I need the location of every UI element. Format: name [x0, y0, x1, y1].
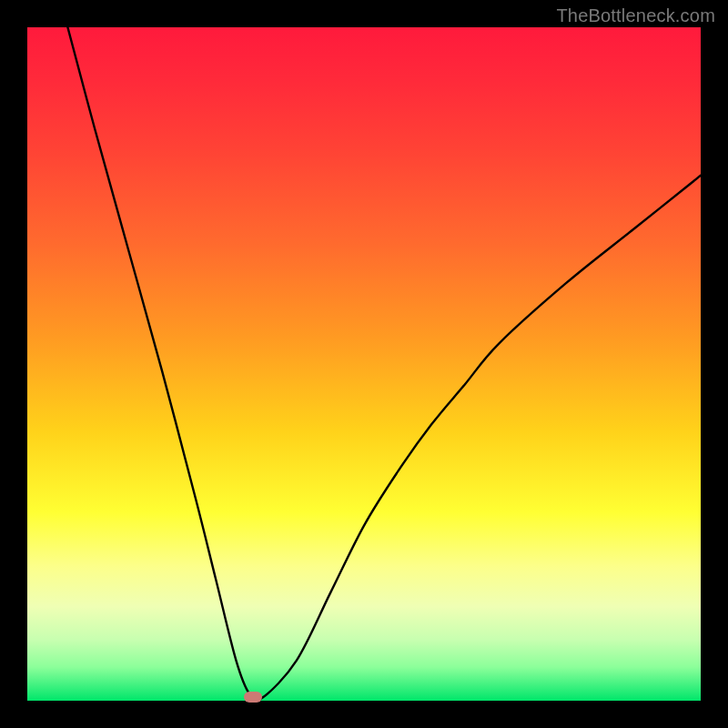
- plot-area: [27, 27, 701, 701]
- watermark-text: TheBottleneck.com: [556, 5, 715, 26]
- chart-frame: TheBottleneck.com: [0, 0, 728, 728]
- marker-dot: [244, 692, 262, 703]
- bottleneck-curve: [27, 27, 701, 701]
- curve-path: [67, 27, 701, 701]
